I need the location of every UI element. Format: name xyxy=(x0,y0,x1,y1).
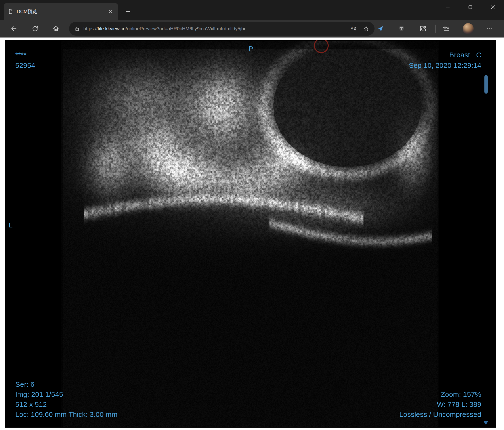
image-matrix: 512 x 512 xyxy=(15,399,117,410)
url-domain: file.kkview.cn xyxy=(98,26,126,31)
series-scrollbar-thumb[interactable] xyxy=(484,75,488,94)
extensions-puzzle-icon[interactable] xyxy=(418,23,428,34)
extension-icon-shield-t[interactable] xyxy=(396,23,407,34)
image-number: Img: 201 1/545 xyxy=(15,389,117,399)
url-text: https://file.kkview.cn/onlinePreview?url… xyxy=(83,26,347,32)
window-minimize-button[interactable] xyxy=(437,0,459,14)
address-bar-actions: A xyxy=(350,26,369,32)
compression-info: Lossless / Uncompressed xyxy=(399,410,481,420)
toolbar-divider xyxy=(435,25,436,33)
extension-icon-blue[interactable] xyxy=(375,23,386,34)
url-protocol: https:// xyxy=(83,26,98,31)
page-content: **** 52954 P L Breast +C Sep 10, 2020 12… xyxy=(0,37,504,430)
patient-id: 52954 xyxy=(15,60,35,71)
document-icon xyxy=(8,9,13,14)
dicom-viewer[interactable]: **** 52954 P L Breast +C Sep 10, 2020 12… xyxy=(5,40,496,428)
orientation-marker-left: L xyxy=(9,220,13,230)
url-path: /onlinePreview?url=aHR0cHM6Ly9maWxlLmtrd… xyxy=(126,26,250,31)
study-info-overlay: Breast +C Sep 10, 2020 12:29:14 xyxy=(409,50,481,71)
address-bar[interactable]: https://file.kkview.cn/onlinePreview?url… xyxy=(69,22,375,36)
svg-text:A: A xyxy=(351,26,353,31)
tab-close-icon[interactable] xyxy=(107,8,114,15)
series-info-overlay: Ser: 6 Img: 201 1/545 512 x 512 Loc: 109… xyxy=(15,379,117,420)
profile-avatar[interactable] xyxy=(463,23,474,34)
mri-image[interactable] xyxy=(61,41,439,427)
window-level: W: 778 L: 389 xyxy=(399,399,481,410)
window-close-button[interactable] xyxy=(482,0,504,14)
new-tab-button[interactable] xyxy=(123,6,133,17)
browser-window: DCM预览 xyxy=(0,0,504,430)
scroll-down-arrow-icon[interactable] xyxy=(483,421,488,425)
window-maximize-button[interactable] xyxy=(459,0,482,14)
window-controls xyxy=(437,0,504,14)
tab-strip: DCM预览 xyxy=(0,0,504,20)
read-aloud-icon[interactable]: A xyxy=(350,26,356,32)
lock-icon[interactable] xyxy=(74,26,80,32)
zoom-level: Zoom: 157% xyxy=(399,389,481,399)
browser-tab[interactable]: DCM预览 xyxy=(4,3,118,20)
back-button[interactable] xyxy=(9,23,19,34)
favorite-star-icon[interactable] xyxy=(363,26,369,32)
slice-location: Loc: 109.60 mm Thick: 3.00 mm xyxy=(15,410,117,420)
refresh-button[interactable] xyxy=(30,23,40,34)
tab-title: DCM预览 xyxy=(17,8,103,15)
home-button[interactable] xyxy=(51,23,61,34)
browser-toolbar: https://file.kkview.cn/onlinePreview?url… xyxy=(0,20,504,37)
study-datetime: Sep 10, 2020 12:29:14 xyxy=(409,60,481,71)
study-description: Breast +C xyxy=(409,50,481,60)
favorites-list-icon[interactable] xyxy=(441,23,451,34)
settings-menu-icon[interactable] xyxy=(484,23,495,34)
display-info-overlay: Zoom: 157% W: 778 L: 389 Lossless / Unco… xyxy=(399,389,481,420)
series-number: Ser: 6 xyxy=(15,379,117,389)
